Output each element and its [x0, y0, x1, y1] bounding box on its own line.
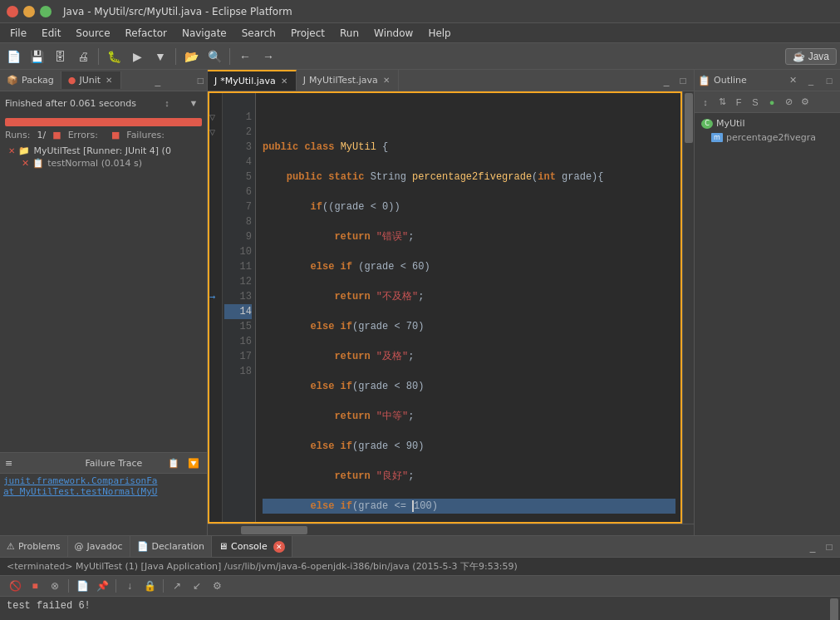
prev-button[interactable]: ← [235, 47, 255, 66]
left-panel-min-btn[interactable]: _ [152, 73, 165, 88]
editor-min-btn[interactable]: _ [659, 73, 674, 88]
window-title: Java - MyUtil/src/MyUtil.java - Eclipse … [63, 6, 292, 17]
java-perspective-button[interactable]: ☕ Java [785, 48, 837, 65]
myutil-tab-icon: J [214, 76, 217, 86]
junit-icon: ● [68, 75, 76, 86]
console-open-btn[interactable]: ↗ [169, 578, 185, 594]
junit-tab-close[interactable]: ✕ [104, 76, 114, 86]
outline-run-btn[interactable]: ● [764, 95, 779, 110]
junit-panel: Finished after 0.061 seconds ↕ ▼ Runs: 1… [0, 91, 207, 452]
problems-icon: ⚠ [7, 541, 15, 552]
run-dropdown[interactable]: ▼ [150, 47, 170, 66]
search-button[interactable]: 🔍 [204, 47, 224, 66]
console-close-btn[interactable]: ↙ [189, 578, 205, 594]
tab-problems[interactable]: ⚠ Problems [0, 536, 68, 557]
debug-button[interactable]: 🐛 [104, 47, 124, 66]
minimize-button[interactable] [23, 6, 35, 17]
editor-max-btn[interactable]: □ [675, 73, 690, 88]
tab-myutiltest-java[interactable]: J MyUtilTest.java ✕ [297, 70, 399, 91]
tab-console[interactable]: 🖥 Console ✕ [212, 536, 292, 557]
bottom-min-btn[interactable]: _ [805, 539, 820, 554]
tab-junit[interactable]: ● JUnit ✕ [61, 71, 121, 89]
tab-javadoc[interactable]: @ Javadoc [68, 536, 130, 557]
console-stop-btn[interactable]: ■ [27, 578, 43, 594]
save-all-button[interactable]: 🗄 [50, 47, 70, 66]
menu-file[interactable]: File [3, 26, 33, 41]
left-panel-max-btn[interactable]: □ [194, 73, 207, 88]
failure-header: ≡ Failure Trace 📋 🔽 [0, 453, 207, 474]
junit-collapse[interactable]: ▼ [185, 95, 202, 111]
code-editor[interactable]: public class MyUtil { public static Stri… [256, 91, 682, 524]
bottom-max-btn[interactable]: □ [822, 539, 837, 554]
console-settings-btn[interactable]: ⚙ [209, 578, 225, 594]
menu-search[interactable]: Search [235, 26, 282, 41]
menu-help[interactable]: Help [421, 26, 457, 41]
outline-min-btn[interactable]: _ [803, 73, 818, 88]
failure-line-1[interactable]: junit.framework.ComparisonFa [3, 475, 204, 486]
menu-refactor[interactable]: Refactor [119, 26, 174, 41]
left-panel-tabs: 📦 Packag ● JUnit ✕ _ □ [0, 70, 207, 91]
menu-edit[interactable]: Edit [35, 26, 67, 41]
open-type-button[interactable]: 📂 [181, 47, 201, 66]
line-numbers: 1234 5678 9101112 1314 15161718 [223, 91, 256, 524]
failure-line-2[interactable]: at MyUtilTest.testNormal(MyU [3, 486, 204, 497]
editor-wrapper: ▽ ▽ → [208, 91, 694, 535]
menu-project[interactable]: Project [284, 26, 332, 41]
outline-hide-fields[interactable]: F [731, 95, 746, 110]
console-new-btn[interactable]: 📄 [74, 578, 91, 594]
menu-window[interactable]: Window [367, 26, 420, 41]
console-clear-btn[interactable]: 🚫 [7, 578, 23, 594]
outline-hide-static[interactable]: S [748, 95, 763, 110]
runs-count: 1/ [37, 130, 47, 140]
close-button[interactable] [7, 6, 18, 17]
console-scroll-end[interactable]: ↓ [121, 578, 138, 594]
outline-settings[interactable]: ⚙ [798, 95, 813, 110]
tab-package-explorer[interactable]: 📦 Packag [0, 71, 61, 89]
next-button[interactable]: → [258, 47, 278, 66]
toolbar: 📄 💾 🗄 🖨 🐛 ▶ ▼ 📂 🔍 ← → ☕ Java [0, 43, 840, 70]
editor-hscroll[interactable] [208, 524, 694, 535]
menu-navigate[interactable]: Navigate [175, 26, 233, 41]
outline-method-item[interactable]: m percentage2fivegra [698, 130, 837, 145]
menu-run[interactable]: Run [333, 26, 366, 41]
junit-test-label: testNormal (0.014 s) [47, 158, 142, 169]
console-disconnect-btn[interactable]: ⊗ [47, 578, 63, 594]
junit-suite-item[interactable]: ✕ 📁 MyUtilTest [Runner: JUnit 4] (0 [5, 144, 202, 158]
junit-scroll-lock[interactable]: ↕ [159, 95, 175, 111]
new-button[interactable]: 📄 [3, 47, 23, 66]
outline-sort-btn[interactable]: ⇅ [715, 95, 729, 110]
outline-class-item[interactable]: C MyUtil [698, 116, 837, 130]
editor-scrollbar[interactable] [682, 91, 694, 524]
outline-header: 📋 Outline ✕ _ □ [695, 70, 840, 91]
outline-collapse-btn[interactable]: ↕ [698, 95, 713, 110]
save-button[interactable]: 💾 [27, 47, 47, 66]
failure-copy-btn[interactable]: 📋 [165, 455, 182, 471]
failure-filter-btn[interactable]: 🔽 [185, 455, 202, 471]
myutil-tab-close[interactable]: ✕ [279, 76, 289, 86]
problems-label: Problems [18, 541, 61, 552]
junit-test-item[interactable]: ✕ 📋 testNormal (0.014 s) [5, 158, 202, 169]
tab-declaration[interactable]: 📄 Declaration [130, 536, 212, 557]
run-button[interactable]: ▶ [127, 47, 147, 66]
console-scroll-lock[interactable]: 🔒 [141, 578, 158, 594]
menu-source[interactable]: Source [69, 26, 116, 41]
failure-trace-panel: ≡ Failure Trace 📋 🔽 junit.framework.Comp… [0, 452, 207, 535]
test-file-icon: 📋 [32, 158, 44, 169]
outline-title: Outline [714, 75, 782, 86]
separator-3 [229, 48, 230, 65]
console-pin-btn[interactable]: 📌 [94, 578, 111, 594]
failure-content: junit.framework.ComparisonFa at MyUtilTe… [0, 474, 207, 535]
maximize-button[interactable] [40, 6, 52, 17]
outline-filter-btn[interactable]: ⊘ [781, 95, 796, 110]
tab-myutil-java[interactable]: J *MyUtil.java ✕ [208, 70, 297, 91]
print-button[interactable]: 🖨 [73, 47, 93, 66]
left-panel: 📦 Packag ● JUnit ✕ _ □ Finished after 0.… [0, 70, 208, 535]
console-scrollbar[interactable] [828, 597, 840, 620]
console-sep-3 [163, 579, 164, 593]
myutiltest-tab-close[interactable]: ✕ [381, 76, 391, 86]
console-output-text: test failed 6! [7, 600, 91, 612]
outline-close-btn[interactable]: ✕ [785, 73, 800, 88]
console-info: <terminated> MyUtilTest (1) [Java Applic… [0, 558, 840, 576]
outline-max-btn[interactable]: □ [822, 73, 837, 88]
myutil-tab-label: *MyUtil.java [220, 76, 276, 86]
